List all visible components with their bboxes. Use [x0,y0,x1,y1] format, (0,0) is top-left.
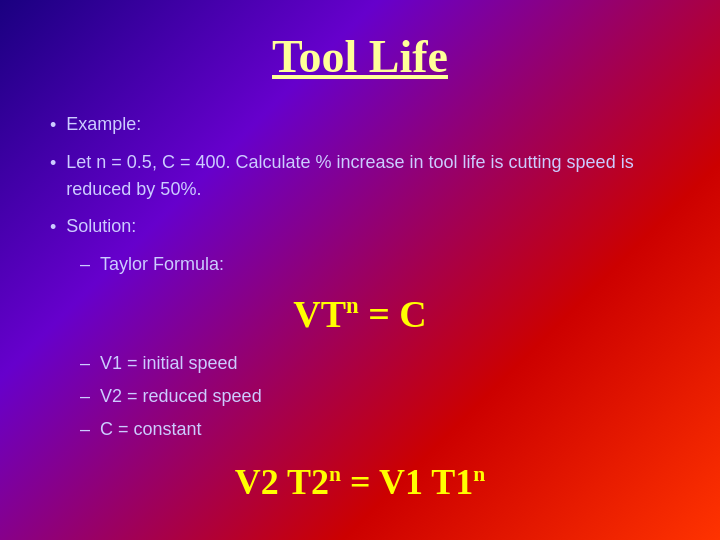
dash-icon-3: – [80,383,90,410]
slide-title: Tool Life [50,30,670,83]
sub-item-taylor: – Taylor Formula: [80,251,670,278]
sub-text-v2: V2 = reduced speed [100,383,262,410]
bullet-item-1: • Example: [50,111,670,139]
formula-eq: = C [359,293,427,335]
formula-main: VTn = C [50,292,670,336]
formula-vt: VT [293,293,346,335]
formula-eq2: = V1 T1 [341,462,473,502]
slide: Tool Life • Example: • Let n = 0.5, C = … [0,0,720,540]
formula-exp-n2: n [329,462,341,486]
formula-exp-n3: n [473,462,485,486]
bullet-text-3: Solution: [66,213,136,240]
formula-exp-n: n [346,293,359,318]
slide-content: • Example: • Let n = 0.5, C = 400. Calcu… [50,111,670,503]
sub-text-taylor: Taylor Formula: [100,251,224,278]
dash-icon-4: – [80,416,90,443]
formula-v2t2: V2 T2 [235,462,329,502]
bullet-item-3: • Solution: [50,213,670,241]
bullet-text-2: Let n = 0.5, C = 400. Calculate % increa… [66,149,670,203]
sub-item-v2: – V2 = reduced speed [80,383,670,410]
formula-bottom: V2 T2n = V1 T1n [50,461,670,503]
bullet-icon-1: • [50,112,56,139]
sub-item-v1: – V1 = initial speed [80,350,670,377]
bullet-icon-2: • [50,150,56,177]
sub-text-v1: V1 = initial speed [100,350,238,377]
bullet-text-1: Example: [66,111,141,138]
bullet-icon-3: • [50,214,56,241]
dash-icon-2: – [80,350,90,377]
sub-item-c: – C = constant [80,416,670,443]
sub-text-c: C = constant [100,416,202,443]
dash-icon-1: – [80,251,90,278]
bullet-item-2: • Let n = 0.5, C = 400. Calculate % incr… [50,149,670,203]
